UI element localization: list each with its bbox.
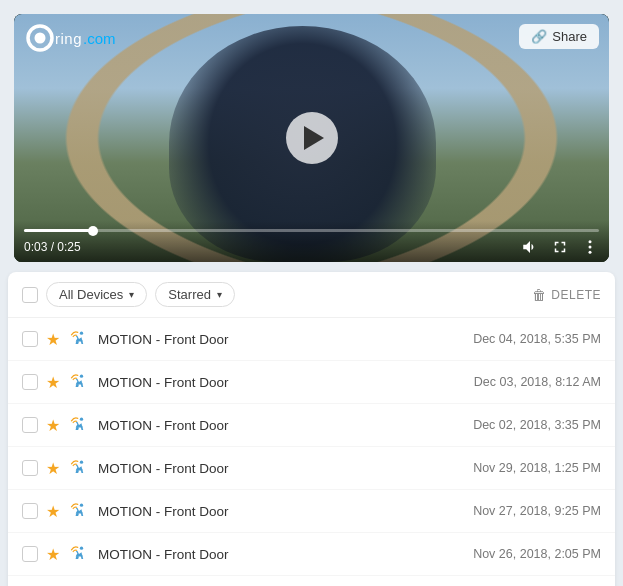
item-checkbox-4[interactable] <box>22 503 38 519</box>
svg-point-3 <box>589 246 592 249</box>
motion-svg-5 <box>69 544 89 564</box>
motion-icon-3 <box>68 457 90 479</box>
list-header: All Devices ▾ Starred ▾ 🗑 DELETE <box>8 272 615 318</box>
play-button[interactable] <box>286 112 338 164</box>
svg-point-8 <box>80 461 83 464</box>
video-controls: 0:03 / 0:25 <box>14 221 609 262</box>
star-icon-4[interactable]: ★ <box>46 502 60 521</box>
list-item: ★ MOTION - Front Door Nov 29, 2018, 1:25… <box>8 447 615 490</box>
motion-icon-2 <box>68 414 90 436</box>
list-item: ★ MOTION - Front Door Nov 26, 2018, 2:05… <box>8 533 615 576</box>
fullscreen-icon <box>551 238 569 256</box>
video-player[interactable]: ring.com 🔗 Share 0:03 / 0:25 <box>14 14 609 262</box>
ring-logo-text: ring <box>55 30 82 47</box>
svg-point-6 <box>80 375 83 378</box>
all-devices-chevron: ▾ <box>129 289 134 300</box>
motion-icon-4 <box>68 500 90 522</box>
item-date-2: Dec 02, 2018, 3:35 PM <box>473 418 601 432</box>
motion-icon-5 <box>68 543 90 565</box>
star-icon-5[interactable]: ★ <box>46 545 60 564</box>
select-all-checkbox[interactable] <box>22 287 38 303</box>
item-checkbox-3[interactable] <box>22 460 38 476</box>
svg-point-9 <box>80 504 83 507</box>
trash-icon: 🗑 <box>532 287 547 303</box>
motion-icon-0 <box>68 328 90 350</box>
svg-point-2 <box>589 240 592 243</box>
motion-svg-1 <box>69 372 89 392</box>
svg-point-4 <box>589 251 592 254</box>
all-devices-filter[interactable]: All Devices ▾ <box>46 282 147 307</box>
item-checkbox-0[interactable] <box>22 331 38 347</box>
item-checkbox-2[interactable] <box>22 417 38 433</box>
starred-label: Starred <box>168 287 211 302</box>
progress-bar[interactable] <box>24 229 599 232</box>
svg-point-10 <box>80 547 83 550</box>
list-item: ★ MOTION - Front Door Dec 02, 2018, 3:35… <box>8 404 615 447</box>
motion-icon-1 <box>68 371 90 393</box>
item-date-0: Dec 04, 2018, 5:35 PM <box>473 332 601 346</box>
controls-row: 0:03 / 0:25 <box>24 238 599 256</box>
share-label: Share <box>552 29 587 44</box>
share-icon: 🔗 <box>531 29 547 44</box>
ring-logo: ring.com <box>26 24 116 52</box>
progress-dot <box>88 226 98 236</box>
more-options-icon <box>581 238 599 256</box>
progress-fill <box>24 229 93 232</box>
item-checkbox-5[interactable] <box>22 546 38 562</box>
item-label-0: MOTION - Front Door <box>98 332 465 347</box>
list-item: ★ MOTION - Front Door Dec 03, 2018, 8:12… <box>8 361 615 404</box>
volume-button[interactable] <box>521 238 539 256</box>
item-label-1: MOTION - Front Door <box>98 375 466 390</box>
star-icon-1[interactable]: ★ <box>46 373 60 392</box>
item-date-3: Nov 29, 2018, 1:25 PM <box>473 461 601 475</box>
all-devices-label: All Devices <box>59 287 123 302</box>
delete-label: DELETE <box>551 288 601 302</box>
star-icon-2[interactable]: ★ <box>46 416 60 435</box>
item-checkbox-1[interactable] <box>22 374 38 390</box>
list-items-container: ★ MOTION - Front Door Dec 04, 2018, 5:35… <box>8 318 615 586</box>
starred-filter[interactable]: Starred ▾ <box>155 282 235 307</box>
svg-point-7 <box>80 418 83 421</box>
motion-svg-2 <box>69 415 89 435</box>
list-item: ★ MOTION - Front Door Nov 27, 2018, 9:25… <box>8 490 615 533</box>
video-section: ring.com 🔗 Share 0:03 / 0:25 <box>0 0 623 272</box>
item-date-1: Dec 03, 2018, 8:12 AM <box>474 375 601 389</box>
starred-chevron: ▾ <box>217 289 222 300</box>
motion-svg-0 <box>69 329 89 349</box>
ring-logo-domain: .com <box>83 30 116 47</box>
control-icons <box>521 238 599 256</box>
svg-point-1 <box>35 33 46 44</box>
star-icon-0[interactable]: ★ <box>46 330 60 349</box>
item-label-2: MOTION - Front Door <box>98 418 465 433</box>
item-date-4: Nov 27, 2018, 9:25 PM <box>473 504 601 518</box>
volume-icon <box>521 238 539 256</box>
fullscreen-button[interactable] <box>551 238 569 256</box>
play-icon <box>304 126 324 150</box>
item-label-3: MOTION - Front Door <box>98 461 465 476</box>
share-button[interactable]: 🔗 Share <box>519 24 599 49</box>
recordings-list: All Devices ▾ Starred ▾ 🗑 DELETE ★ <box>8 272 615 586</box>
ring-logo-icon <box>26 24 54 52</box>
svg-point-5 <box>80 332 83 335</box>
delete-button[interactable]: 🗑 DELETE <box>532 287 601 303</box>
motion-svg-4 <box>69 501 89 521</box>
star-icon-3[interactable]: ★ <box>46 459 60 478</box>
item-label-4: MOTION - Front Door <box>98 504 465 519</box>
list-item: ★ MOTION - Front Door Dec 04, 2018, 5:35… <box>8 318 615 361</box>
filter-group: All Devices ▾ Starred ▾ <box>22 282 235 307</box>
motion-svg-3 <box>69 458 89 478</box>
item-date-5: Nov 26, 2018, 2:05 PM <box>473 547 601 561</box>
item-label-5: MOTION - Front Door <box>98 547 465 562</box>
more-options-button[interactable] <box>581 238 599 256</box>
list-item: ★ MOTION - Front Door Nov 23, 2018, 4:16… <box>8 576 615 586</box>
time-display: 0:03 / 0:25 <box>24 240 81 254</box>
